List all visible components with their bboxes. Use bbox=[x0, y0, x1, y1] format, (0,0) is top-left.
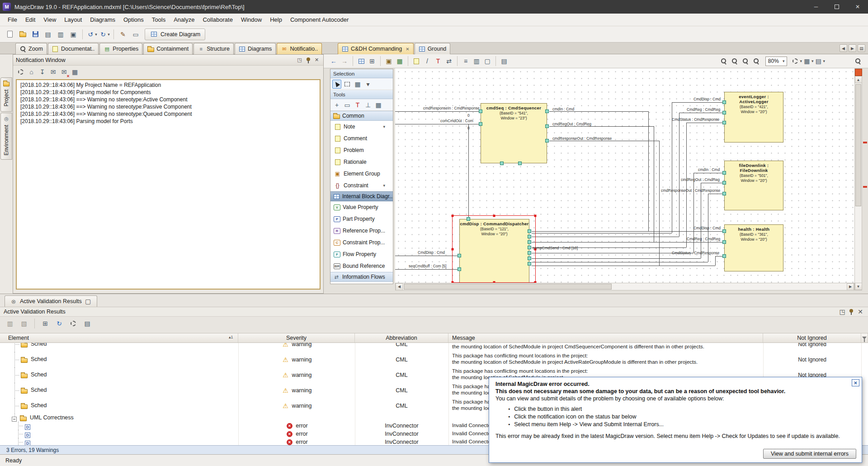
connector-line[interactable] bbox=[468, 124, 469, 219]
connector-line[interactable] bbox=[532, 266, 715, 266]
menu-file[interactable]: File bbox=[4, 14, 21, 25]
mail-delete-icon[interactable]: ✉✕ bbox=[59, 67, 69, 77]
palette-item-value-property[interactable]: VValue Property bbox=[330, 201, 393, 213]
layout-button[interactable]: ▦▾ bbox=[802, 56, 814, 67]
palette-item-problem[interactable]: Problem bbox=[330, 144, 393, 156]
menu-tools[interactable]: Tools bbox=[148, 14, 170, 25]
image-button[interactable]: ▦ bbox=[394, 56, 405, 67]
connector-line[interactable] bbox=[648, 111, 649, 231]
vertical-scrollbar[interactable]: ▲▼ bbox=[854, 68, 862, 290]
validation-row[interactable]: Sched⚠warningCMLThis package has conflic… bbox=[0, 352, 868, 367]
connector-line[interactable] bbox=[654, 126, 654, 242]
connector-line[interactable] bbox=[532, 237, 679, 237]
report-button[interactable]: ▤ bbox=[81, 318, 93, 329]
connector-line[interactable] bbox=[532, 262, 708, 262]
tab-documentat[interactable]: Documentat.. bbox=[48, 43, 99, 54]
menu-view[interactable]: View bbox=[39, 14, 60, 25]
port[interactable] bbox=[528, 240, 531, 244]
palette-scrollbar[interactable]: ▲▼ bbox=[387, 284, 393, 284]
block-fileDownlink[interactable]: fileDownlink : FileDownlink(BaseID = "50… bbox=[724, 161, 783, 210]
text-tool-icon[interactable]: T bbox=[353, 100, 362, 109]
redo-button[interactable]: ↻▾ bbox=[99, 29, 110, 40]
connector-line[interactable] bbox=[532, 233, 672, 233]
scroll-right-icon[interactable]: ▶ bbox=[847, 283, 854, 290]
gear-button[interactable]: ▾ bbox=[791, 56, 802, 67]
filter-settings-icon[interactable] bbox=[16, 67, 25, 77]
create-element-button[interactable]: ▭ bbox=[130, 29, 142, 40]
paste-button[interactable]: ▣ bbox=[383, 56, 394, 67]
home-icon[interactable]: ⌂ bbox=[27, 67, 36, 77]
minimize-button[interactable]: ─ bbox=[806, 0, 826, 14]
scroll-left-icon[interactable]: ◀ bbox=[396, 283, 403, 290]
tab-zoom[interactable]: Zoom bbox=[15, 43, 47, 54]
connector-line[interactable] bbox=[715, 256, 716, 266]
menu-window[interactable]: Window bbox=[237, 14, 266, 25]
tab-containment[interactable]: Containment bbox=[143, 43, 193, 54]
port[interactable] bbox=[528, 251, 531, 255]
filter-cell[interactable] bbox=[861, 333, 868, 342]
group-by-button[interactable]: ▧ bbox=[18, 318, 30, 329]
selection-handle[interactable] bbox=[452, 248, 454, 250]
menu-component-autocoder[interactable]: Component Autocoder bbox=[286, 14, 353, 25]
port[interactable] bbox=[479, 122, 482, 126]
group-select-icon[interactable]: ▦ bbox=[353, 80, 362, 89]
connector-line[interactable] bbox=[395, 111, 479, 112]
pin-icon[interactable] bbox=[847, 308, 855, 316]
validation-row[interactable]: Sched⚠warningCMLThis package has conflic… bbox=[0, 343, 868, 352]
side-tab-project[interactable]: Project bbox=[0, 77, 12, 112]
palette-item-note[interactable]: Note▾ bbox=[330, 121, 393, 133]
connector-line[interactable] bbox=[395, 256, 458, 256]
connector-line[interactable] bbox=[701, 183, 722, 183]
expander-icon[interactable] bbox=[10, 415, 18, 422]
distribute-button[interactable]: ▥ bbox=[471, 56, 482, 67]
diagram-canvas[interactable]: cmdSeq : CmdSequencer(BaseID = "541",Win… bbox=[395, 68, 854, 283]
menu-layout[interactable]: Layout bbox=[60, 14, 86, 25]
port[interactable] bbox=[545, 124, 549, 128]
error-marker-button[interactable] bbox=[855, 69, 862, 76]
connector-line[interactable] bbox=[549, 141, 659, 141]
port[interactable] bbox=[458, 267, 461, 271]
save-log-icon[interactable]: ↧ bbox=[38, 67, 47, 77]
palette-item-bound-reference[interactable]: BRBound Reference bbox=[330, 260, 393, 272]
same-size-button[interactable]: ▢ bbox=[482, 56, 493, 67]
connector-line[interactable] bbox=[659, 141, 660, 266]
float-icon[interactable]: ◳ bbox=[838, 308, 846, 316]
chevron-down-icon[interactable]: ▾ bbox=[363, 80, 373, 89]
column-header-message[interactable]: Message bbox=[448, 333, 763, 342]
float-icon[interactable]: ◳ bbox=[296, 56, 303, 64]
port[interactable] bbox=[722, 171, 726, 175]
swap-button[interactable]: ⇄ bbox=[443, 56, 454, 67]
print-preview-button[interactable]: ▥ bbox=[55, 29, 66, 40]
connector-line[interactable] bbox=[532, 253, 693, 253]
connector-line[interactable] bbox=[693, 173, 722, 173]
connector-line[interactable] bbox=[686, 123, 687, 247]
print-button[interactable]: ▤ bbox=[42, 29, 54, 40]
text-tool-button[interactable]: T bbox=[433, 56, 443, 67]
connector-line[interactable] bbox=[395, 124, 479, 124]
zoom-level-select[interactable]: 80%▾ bbox=[765, 57, 788, 66]
forward-button[interactable]: → bbox=[339, 56, 350, 67]
palette-group-information-flows[interactable]: ⇄Information Flows bbox=[330, 272, 393, 282]
palette-group-common[interactable]: Common bbox=[330, 111, 393, 121]
palette-item-comment[interactable]: Comment bbox=[330, 133, 393, 144]
port[interactable] bbox=[545, 109, 549, 113]
palette-item-part-property[interactable]: PPart Property bbox=[330, 213, 393, 225]
zoom-fit-button[interactable] bbox=[740, 56, 751, 67]
port[interactable] bbox=[528, 262, 531, 266]
menu-analyze[interactable]: Analyze bbox=[170, 14, 198, 25]
palette-item-reference-prop-[interactable]: RReference Prop... bbox=[330, 225, 393, 237]
port[interactable] bbox=[722, 100, 726, 104]
line-tool-button[interactable]: / bbox=[422, 56, 433, 67]
connector-line[interactable] bbox=[701, 183, 701, 258]
grid-tool-icon[interactable]: ▦ bbox=[374, 100, 383, 109]
diagram-tab-c-dh-commanding[interactable]: C&DH Commanding✕ bbox=[338, 43, 414, 54]
port[interactable] bbox=[722, 229, 726, 233]
menu-help[interactable]: Help bbox=[266, 14, 286, 25]
tab-notificatio[interactable]: ✉Notificatio.. bbox=[277, 43, 322, 54]
validation-error-mark[interactable] bbox=[863, 186, 867, 188]
align-button[interactable]: ≡ bbox=[460, 56, 471, 67]
cursor-icon[interactable] bbox=[332, 80, 341, 89]
column-header-element[interactable]: Element▴1 bbox=[5, 333, 238, 342]
connector-line[interactable] bbox=[549, 126, 654, 127]
tab-structure[interactable]: ≡Structure bbox=[193, 43, 234, 54]
